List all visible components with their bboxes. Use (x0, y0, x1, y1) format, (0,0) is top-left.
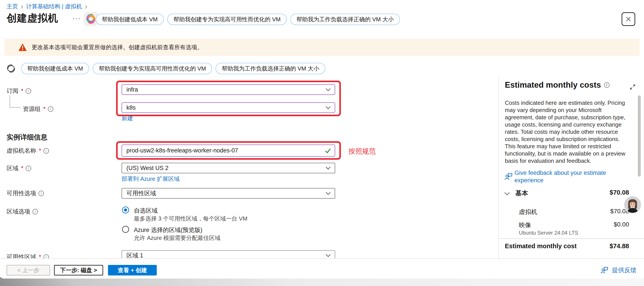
suggestion-high-availability-vm[interactable]: 帮助我创建专为实现高可用性而优化的 VM (167, 14, 287, 25)
radio-self-selected-zones-label[interactable]: 自选区域 (134, 207, 158, 215)
suggestion-high-availability-vm[interactable]: 帮助我创建专为实现高可用性而优化的 VM (93, 63, 212, 74)
close-button[interactable] (622, 12, 635, 26)
page-title: 创建虚拟机 (6, 12, 58, 25)
suggestion-right-vm-size[interactable]: 帮助我为工作负载选择正确的 VM 大小 (216, 63, 325, 74)
breadcrumb-chevron-icon: › (85, 2, 87, 11)
cost-item-image-value: $0.00 (571, 221, 629, 228)
feedback-icon (504, 172, 513, 181)
chevron-down-icon (326, 254, 331, 257)
chevron-down-icon (326, 166, 331, 170)
cost-total-divider (499, 238, 644, 239)
create-new-link[interactable]: 新建 (122, 114, 133, 122)
required-asterisk: * (43, 106, 46, 112)
review-create-button[interactable]: 查看 + 创建 (108, 265, 157, 275)
cost-group-basic-label[interactable]: 基本 (516, 189, 528, 198)
cost-item-image-sub: Ubuntu Server 24.04 LTS (519, 230, 578, 236)
breadcrumb-home[interactable]: 主页 (6, 3, 18, 10)
resource-group-label: 资源组* i (23, 105, 53, 113)
info-icon[interactable]: i (32, 209, 38, 214)
copilot-suggestions-row: 帮助我创建低成本 VM 帮助我创建专为实现高可用性而优化的 VM 帮助我为工作负… (21, 63, 325, 74)
next-disks-button[interactable]: 下一步: 磁盘 > (54, 265, 103, 275)
vm-name-input[interactable]: prod-usw2-k8s-freeleaps-worker-nodes-07 (122, 145, 335, 157)
chevron-down-icon (326, 106, 331, 109)
cost-panel-title: Estimated monthly costs i (505, 80, 610, 90)
region-label: 区域* i (6, 164, 31, 172)
chevron-down-icon[interactable] (504, 192, 510, 195)
radio-azure-selected-zones-desc: 允许 Azure 根据需要分配最佳区域 (134, 234, 220, 242)
info-icon[interactable]: i (26, 166, 31, 171)
copilot-logo-icon (86, 14, 96, 24)
annotation-text: 按照规范 (348, 147, 376, 156)
copilot-outline-icon (6, 63, 16, 74)
valid-check-icon (324, 147, 332, 154)
warning-banner: 更改基本选项可能会重置所做的选择。创建虚拟机前查看所有选项。 (4, 39, 640, 56)
tree-connector (10, 95, 21, 108)
info-icon[interactable]: i (48, 106, 53, 112)
give-feedback-link[interactable]: Give feedback about your estimate experi… (514, 169, 620, 184)
radio-self-selected-zones-desc: 最多选择 3 个可用性区域，每个区域一台 VM (134, 215, 247, 222)
cost-item-vm-label: 虚拟机 (519, 208, 537, 216)
cost-item-image-label: 映像 (519, 221, 531, 229)
required-asterisk: * (39, 147, 41, 154)
info-icon[interactable]: i (26, 88, 31, 94)
radio-self-selected-zones[interactable] (122, 206, 129, 213)
cost-total-label: Estimated monthly cost (505, 242, 576, 250)
section-heading-instance-details: 实例详细信息 (6, 133, 48, 142)
breadcrumb-chevron-icon: › (21, 2, 23, 11)
suggestion-low-cost-vm[interactable]: 帮助我创建低成本 VM (96, 14, 164, 25)
chevron-down-icon (326, 88, 331, 91)
provide-feedback-link[interactable]: 提供反馈 (600, 266, 636, 274)
cost-panel-description: Costs indicated here are estimates only.… (505, 99, 630, 165)
vm-name-label: 虚拟机名称* i (6, 147, 49, 155)
warning-text: 更改基本选项可能会重置所做的选择。创建虚拟机前查看所有选项。 (32, 44, 203, 51)
panel-scrollbar[interactable] (638, 95, 641, 177)
avatar[interactable] (624, 196, 641, 213)
cost-group-basic-value: $70.08 (571, 189, 629, 196)
cost-total-value: $74.88 (571, 242, 629, 250)
more-options-icon[interactable]: ··· (72, 15, 81, 22)
panel-divider (498, 77, 499, 258)
suggestion-right-vm-size[interactable]: 帮助我为工作负载选择正确的 VM 大小 (290, 14, 400, 25)
breadcrumb: 主页 › 计算基础结构 | 虚拟机 › (6, 3, 87, 10)
edge-zone-link[interactable]: 部署到 Azure 扩展区域 (122, 175, 180, 183)
collapse-panel-icon[interactable] (629, 84, 636, 91)
region-dropdown[interactable]: (US) West US 2 (122, 163, 335, 173)
avatar-illustration (624, 197, 641, 213)
page-background-band (0, 277, 644, 286)
feedback-icon (600, 266, 609, 274)
subscription-dropdown[interactable]: infra (122, 84, 335, 95)
resource-group-dropdown[interactable]: k8s (122, 102, 335, 113)
radio-azure-selected-zones[interactable] (122, 226, 129, 233)
footer-bar: < 上一步 下一步: 磁盘 > 查看 + 创建 提供反馈 (0, 258, 644, 278)
close-icon (625, 16, 632, 23)
info-icon[interactable]: i (38, 191, 44, 196)
zone-options-label: 区域选项 i (6, 208, 38, 215)
availability-options-label: 可用性选项 i (6, 189, 44, 197)
required-asterisk: * (21, 165, 24, 172)
availability-options-dropdown[interactable]: 可用性区域 (122, 188, 335, 199)
suggestion-low-cost-vm[interactable]: 帮助我创建低成本 VM (21, 63, 89, 74)
breadcrumb-virtual-machines[interactable]: 计算基础结构 | 虚拟机 (26, 3, 82, 10)
copilot-suggestions-header: 帮助我创建低成本 VM 帮助我创建专为实现高可用性而优化的 VM 帮助我为工作负… (96, 14, 400, 25)
previous-step-button[interactable]: < 上一步 (6, 265, 50, 275)
warning-icon (18, 44, 27, 51)
info-icon[interactable]: i (44, 148, 49, 154)
create-vm-blade: 主页 › 计算基础结构 | 虚拟机 › 创建虚拟机 ··· 帮助我创建低成本 V… (0, 0, 644, 278)
info-icon[interactable]: i (604, 82, 610, 88)
chevron-down-icon (326, 192, 331, 195)
required-asterisk: * (21, 88, 24, 94)
cost-item-vm-value: $70.08 (571, 208, 629, 215)
subscription-label: 订阅* i (6, 87, 31, 95)
radio-azure-selected-zones-label[interactable]: Azure 选择的区域(预览版) (134, 226, 202, 234)
